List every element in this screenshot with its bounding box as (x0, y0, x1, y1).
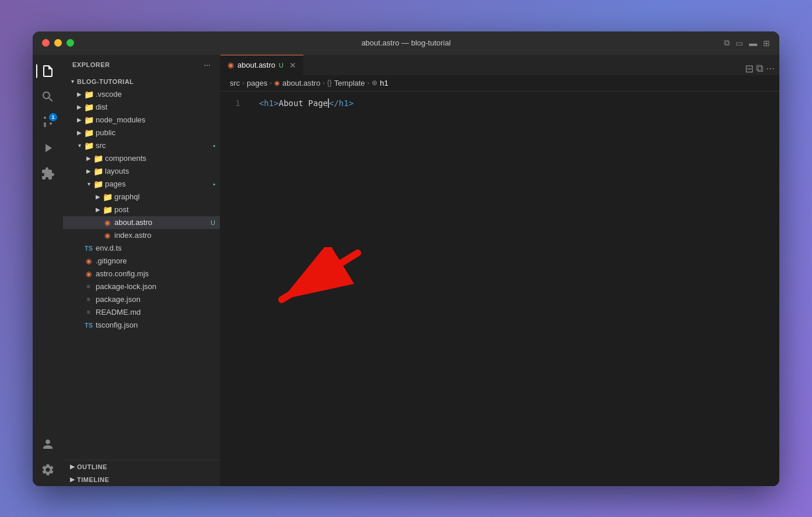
sidebar-actions: ··· (204, 60, 211, 69)
tree-item-vscode[interactable]: ▶ 📁 .vscode (63, 88, 220, 101)
post-folder-icon: 📁 (103, 205, 112, 214)
tree-root-label: BLOG-TUTORIAL (77, 78, 134, 85)
tree-item-gitignore[interactable]: ▶ ◉ .gitignore (63, 255, 220, 268)
tree-item-tsconfig[interactable]: ▶ TS tsconfig.json (63, 319, 220, 332)
explorer-activity-icon[interactable] (36, 59, 60, 83)
editor-more-actions-icon[interactable]: ··· (766, 62, 775, 75)
code-area[interactable]: 1 <h1>About Page</h1> (220, 92, 779, 486)
settings-activity-icon[interactable] (36, 458, 60, 481)
dist-folder-icon: 📁 (84, 103, 93, 112)
readme-label: README.md (96, 308, 141, 316)
vscode-window: about.astro — blog-tutorial ⧉ ▭ ▬ ⊞ (33, 31, 779, 486)
gitignore-icon: ◉ (84, 256, 93, 266)
breadcrumb-h1[interactable]: ⊕ h1 (372, 79, 388, 87)
src-status-dot: • (213, 142, 215, 149)
outline-arrow: ▶ (68, 463, 77, 470)
breadcrumb-pages[interactable]: pages (247, 79, 267, 87)
breadcrumb-sep-1: › (242, 79, 244, 86)
index-astro-label: index.astro (114, 231, 152, 240)
outline-label: OUTLINE (77, 463, 107, 470)
tab-close-button[interactable]: ✕ (289, 61, 296, 70)
graphql-arrow: ▶ (93, 194, 103, 200)
gitignore-label: .gitignore (96, 256, 127, 265)
split-editor-icon[interactable]: ⧉ (724, 38, 730, 48)
graphql-folder-icon: 📁 (103, 192, 112, 202)
breadcrumb: src › pages › ◉ about.astro › {} Templat… (220, 75, 779, 92)
components-folder-icon: 📁 (93, 154, 103, 163)
tab-about-astro[interactable]: ◉ about.astro U ✕ (220, 55, 304, 75)
open-editors-icon[interactable]: ⊟ (745, 62, 754, 75)
dist-label: dist (96, 103, 107, 111)
run-activity-icon[interactable] (36, 136, 60, 160)
tree-item-post[interactable]: ▶ 📁 post (63, 203, 220, 216)
breadcrumb-template-label: Template (334, 79, 365, 87)
search-activity-icon[interactable] (36, 85, 60, 108)
source-control-activity-icon[interactable]: 1 (36, 111, 60, 134)
layouts-folder-icon: 📁 (93, 167, 103, 176)
sidebar-header: EXPLORER ··· (63, 55, 220, 75)
index-astro-file-icon: ◉ (103, 231, 112, 240)
breadcrumb-src[interactable]: src (230, 79, 240, 87)
breadcrumb-sep-3: › (323, 79, 325, 86)
extensions-activity-icon[interactable] (36, 162, 60, 185)
node-modules-folder-icon: 📁 (84, 115, 93, 125)
dist-arrow: ▶ (75, 104, 84, 110)
package-json-label: package.json (96, 295, 141, 304)
token-h1-open: <h1> (259, 96, 279, 110)
pages-arrow: ▾ (84, 181, 93, 187)
package-lock-label: package-lock.json (96, 282, 156, 291)
timeline-section[interactable]: ▶ TIMELINE (63, 473, 220, 486)
tree-item-src[interactable]: ▾ 📁 src • (63, 139, 220, 152)
pages-status-dot: • (213, 181, 215, 188)
tree-item-node-modules[interactable]: ▶ 📁 node_modules (63, 114, 220, 126)
components-label: components (105, 154, 146, 163)
sidebar: EXPLORER ··· ▾ BLOG-TUTORIAL ▶ 📁 .vs (63, 55, 220, 486)
tree-item-readme[interactable]: ▶ ≡ README.md (63, 306, 220, 319)
layout-sidebar-icon[interactable]: ▬ (749, 38, 757, 48)
minimize-button[interactable] (54, 39, 62, 47)
tree-item-pages[interactable]: ▾ 📁 pages • (63, 178, 220, 191)
tree-item-env-ts[interactable]: ▶ TS env.d.ts (63, 242, 220, 255)
customize-layout-icon[interactable]: ⊞ (763, 38, 770, 48)
breadcrumb-brackets-icon: {} (327, 79, 332, 87)
tree-item-package-json[interactable]: ▶ ≡ package.json (63, 293, 220, 306)
package-json-icon: ≡ (84, 295, 93, 304)
breadcrumb-template[interactable]: {} Template (327, 79, 365, 87)
token-about-page-text: About Page (279, 96, 328, 110)
pages-label: pages (105, 180, 125, 188)
vertical-scrollbar[interactable] (772, 92, 779, 486)
close-button[interactable] (42, 39, 50, 47)
breadcrumb-astro-icon: ◉ (274, 79, 280, 87)
readme-icon: ≡ (84, 308, 93, 317)
tree-root-item[interactable]: ▾ BLOG-TUTORIAL (63, 75, 220, 88)
maximize-button[interactable] (66, 39, 74, 47)
env-ts-icon: TS (84, 244, 93, 253)
layouts-arrow: ▶ (84, 168, 93, 174)
layout-icon[interactable]: ▭ (736, 38, 743, 48)
split-editor-right-icon[interactable]: ⧉ (756, 62, 764, 75)
public-folder-icon: 📁 (84, 128, 93, 138)
tree-item-astro-config[interactable]: ▶ ◉ astro.config.mjs (63, 268, 220, 280)
node-modules-label: node_modules (96, 115, 145, 124)
public-label: public (96, 128, 116, 137)
tree-item-dist[interactable]: ▶ 📁 dist (63, 101, 220, 114)
tree-item-public[interactable]: ▶ 📁 public (63, 126, 220, 139)
tab-astro-file-icon: ◉ (228, 61, 234, 69)
new-file-icon[interactable]: ··· (204, 60, 211, 69)
tree-item-components[interactable]: ▶ 📁 components (63, 152, 220, 165)
line-number-1: 1 (220, 96, 240, 110)
code-content[interactable]: <h1>About Page</h1> (250, 92, 772, 486)
tree-item-graphql[interactable]: ▶ 📁 graphql (63, 191, 220, 203)
tsconfig-label: tsconfig.json (96, 321, 138, 329)
tree-item-package-lock[interactable]: ▶ ≡ package-lock.json (63, 280, 220, 293)
tree-item-index-astro[interactable]: ▶ ◉ index.astro (63, 229, 220, 242)
account-activity-icon[interactable] (36, 432, 60, 456)
explorer-content: ▾ BLOG-TUTORIAL ▶ 📁 .vscode ▶ 📁 dist (63, 75, 220, 460)
vscode-arrow: ▶ (75, 91, 84, 97)
breadcrumb-about-astro[interactable]: ◉ about.astro (274, 79, 320, 87)
tree-item-layouts[interactable]: ▶ 📁 layouts (63, 165, 220, 178)
tree-item-about-astro[interactable]: ▶ ◉ about.astro U (63, 216, 220, 229)
traffic-lights (42, 39, 74, 47)
tab-about-astro-label: about.astro (237, 61, 275, 69)
outline-section[interactable]: ▶ OUTLINE (63, 460, 220, 473)
